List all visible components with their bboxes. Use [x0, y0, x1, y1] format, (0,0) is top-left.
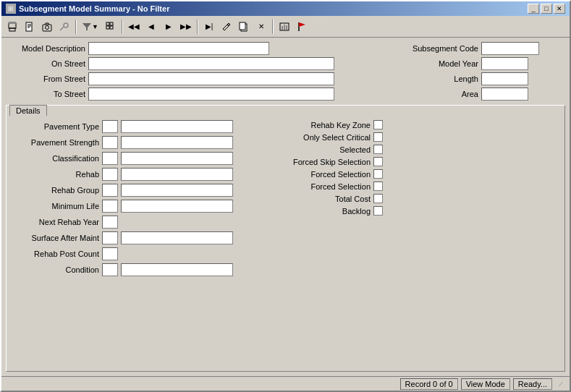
nav-prev-button[interactable]: ◀ [143, 19, 159, 35]
condition-row: Condition [12, 263, 233, 276]
filter-button[interactable]: ▼ [80, 19, 101, 35]
record-status: Record 0 of 0 [400, 378, 458, 390]
svg-rect-18 [240, 22, 245, 30]
surface-after-maint-small-input[interactable] [102, 231, 118, 244]
separator-3 [197, 20, 198, 34]
print-button[interactable] [4, 19, 20, 35]
forced-selection-label-1: Forced Selection [276, 170, 371, 179]
rehab-long-input[interactable] [121, 168, 233, 181]
camera-button[interactable] [39, 19, 55, 35]
forced-selection-checkbox-2[interactable] [373, 182, 383, 191]
pavement-strength-row: Pavement Strength [12, 136, 233, 149]
only-select-critical-checkbox[interactable] [373, 132, 383, 142]
maximize-button[interactable]: □ [541, 4, 552, 14]
on-street-label: On Street [6, 59, 85, 68]
to-street-row: To Street [6, 88, 393, 101]
surface-after-maint-long-input[interactable] [121, 231, 233, 244]
from-street-label: From Street [6, 74, 85, 83]
rehab-group-long-input[interactable] [121, 184, 233, 197]
delete-button[interactable]: ✕ [253, 19, 269, 35]
model-year-input[interactable] [481, 57, 528, 70]
nav-last-button[interactable]: ▶▶ [178, 19, 194, 35]
separator-2 [122, 20, 123, 34]
svg-rect-20 [282, 26, 283, 30]
svg-marker-24 [299, 22, 305, 27]
selected-label: Selected [276, 145, 371, 154]
rehab-group-small-input[interactable] [102, 184, 118, 197]
condition-long-input[interactable] [121, 263, 233, 276]
condition-label: Condition [12, 265, 99, 274]
next-rehab-year-small-input[interactable] [102, 216, 118, 229]
details-content: Pavement Type Pavement Strength Classifi… [7, 111, 564, 282]
rehab-group-label: Rehab Group [12, 186, 99, 195]
svg-point-9 [64, 23, 68, 27]
svg-line-11 [62, 29, 62, 30]
svg-marker-12 [83, 23, 91, 30]
minimum-life-small-input[interactable] [102, 200, 118, 213]
backlog-checkbox[interactable] [373, 206, 383, 216]
forced-selection-label-2: Forced Selection [276, 182, 371, 191]
toolbar: ▼ ◀◀ ◀ ▶ ▶▶ ▶| ✕ [1, 16, 570, 38]
rehab-small-input[interactable] [102, 168, 118, 181]
pavement-strength-small-input[interactable] [102, 136, 118, 149]
pavement-strength-long-input[interactable] [121, 136, 233, 149]
classification-long-input[interactable] [121, 152, 233, 165]
rehab-post-count-label: Rehab Post Count [12, 250, 99, 258]
model-description-input[interactable] [88, 42, 269, 55]
forced-selection-checkbox-1[interactable] [373, 169, 383, 179]
document-button[interactable] [22, 19, 38, 35]
svg-rect-15 [106, 26, 109, 29]
top-section: Model Description On Street From Street … [6, 42, 565, 101]
minimum-life-row: Minimum Life [12, 200, 233, 213]
rehab-row: Rehab [12, 168, 233, 181]
report-button[interactable] [276, 19, 292, 35]
edit-button[interactable] [219, 19, 234, 35]
nav-first-button[interactable]: ◀◀ [126, 19, 142, 35]
svg-rect-3 [26, 22, 32, 31]
minimize-button[interactable]: _ [528, 4, 539, 14]
details-right-column: Rehab Key Zone Only Select Critical Sele… [276, 120, 383, 276]
main-window: ⊞ Subsegment Model Summary - No Filter _… [0, 0, 571, 392]
details-tab[interactable]: Details [9, 105, 47, 116]
separator-1 [75, 20, 77, 34]
total-cost-row: Total Cost [276, 194, 383, 203]
selected-checkbox[interactable] [373, 145, 383, 154]
rehab-key-zone-checkbox[interactable] [373, 120, 383, 129]
svg-rect-14 [110, 22, 113, 25]
close-button[interactable]: ✕ [554, 4, 565, 14]
from-street-input[interactable] [88, 72, 334, 85]
resize-grip[interactable]: ⟋ [555, 378, 567, 390]
content-area: Model Description On Street From Street … [1, 38, 570, 376]
svg-line-10 [60, 27, 64, 30]
area-input[interactable] [481, 88, 528, 101]
on-street-input[interactable] [88, 57, 334, 70]
from-street-row: From Street [6, 72, 393, 85]
selected-row: Selected [276, 145, 383, 154]
flag-button[interactable] [294, 19, 310, 35]
nav-next-button[interactable]: ▶ [161, 19, 177, 35]
to-street-input[interactable] [88, 88, 334, 101]
total-cost-label: Total Cost [276, 195, 371, 203]
length-input[interactable] [481, 72, 528, 85]
classification-small-input[interactable] [102, 152, 118, 165]
area-label: Area [399, 90, 478, 98]
pavement-type-small-input[interactable] [102, 120, 118, 133]
condition-small-input[interactable] [102, 263, 118, 276]
area-row: Area [399, 88, 565, 101]
total-cost-checkbox[interactable] [373, 194, 383, 203]
minimum-life-long-input[interactable] [121, 200, 233, 213]
nav-forward-button[interactable]: ▶| [201, 19, 217, 35]
rehab-post-count-small-input[interactable] [102, 247, 118, 260]
grid-button[interactable] [103, 19, 119, 35]
pavement-type-long-input[interactable] [121, 120, 233, 133]
copy-button[interactable] [236, 19, 252, 35]
surface-after-maint-row: Surface After Maint [12, 231, 233, 244]
length-label: Length [399, 74, 478, 83]
forced-skip-selection-checkbox[interactable] [373, 157, 383, 166]
subsegment-code-label: Subsegment Code [399, 44, 478, 53]
key-button[interactable] [56, 19, 72, 35]
subsegment-code-input[interactable] [481, 42, 539, 55]
rehab-key-zone-label: Rehab Key Zone [276, 121, 371, 129]
svg-rect-2 [9, 22, 16, 24]
separator-4 [272, 20, 274, 34]
